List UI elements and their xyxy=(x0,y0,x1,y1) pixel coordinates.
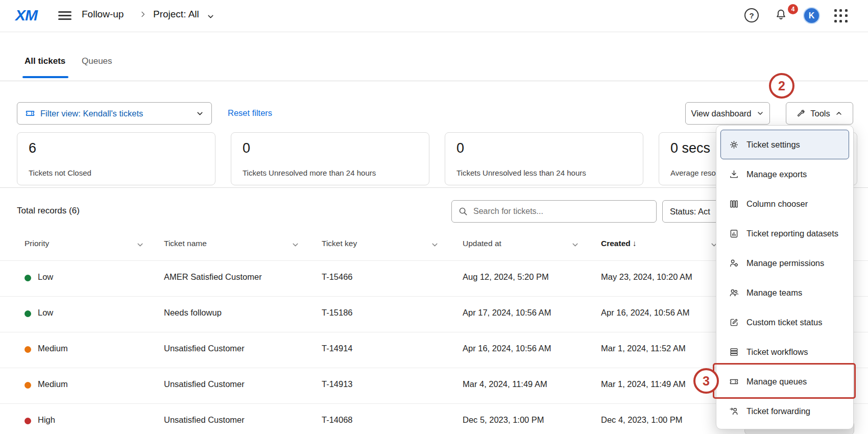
stat-value: 0 xyxy=(243,140,418,156)
chevron-up-icon xyxy=(835,109,843,117)
dataset-chart-icon xyxy=(728,228,739,239)
priority-cell: Low xyxy=(38,308,53,318)
chevron-down-icon xyxy=(196,109,204,118)
edit-icon xyxy=(728,317,739,328)
menu-item-custom-ticket-status[interactable]: Custom ticket status xyxy=(720,307,849,337)
notifications-button[interactable] xyxy=(774,8,788,21)
tools-button[interactable]: Tools xyxy=(786,102,853,125)
view-dashboard-button[interactable]: View dashboard xyxy=(685,102,770,125)
priority-dot xyxy=(25,346,31,353)
updated-at-cell: Apr 16, 2024, 10:56 AM xyxy=(463,344,551,353)
priority-dot xyxy=(25,418,31,424)
bell-icon xyxy=(774,8,788,21)
notification-count-badge: 4 xyxy=(788,4,798,14)
priority-dot xyxy=(25,310,31,317)
menu-item-label: Column chooser xyxy=(746,199,808,209)
project-filter-chevron-down-icon[interactable] xyxy=(206,12,215,21)
person-gear-icon xyxy=(728,257,739,269)
ticket-name-column-chevron-icon[interactable] xyxy=(291,240,300,249)
menu-item-ticket-forwarding[interactable]: Ticket forwarding xyxy=(720,396,849,426)
stat-value: 0 xyxy=(456,140,632,156)
chevron-down-icon xyxy=(756,109,764,117)
stat-card-unresolved-less-24h: 0 Tickets Unresolved less than 24 hours xyxy=(445,132,643,185)
reset-filters-link[interactable]: Reset filters xyxy=(228,108,272,118)
menu-item-manage-permissions[interactable]: Manage permissions xyxy=(720,248,849,278)
priority-cell: High xyxy=(38,415,55,425)
created-cell: Apr 16, 2024, 10:56 AM xyxy=(601,308,689,318)
ticket-key-cell: T-15466 xyxy=(322,272,353,282)
view-dashboard-label: View dashboard xyxy=(691,109,751,118)
menu-item-ticket-reporting-datasets[interactable]: Ticket reporting datasets xyxy=(720,219,849,248)
menu-item-manage-teams[interactable]: Manage teams xyxy=(720,278,849,307)
updated-at-cell: Mar 4, 2024, 11:49 AM xyxy=(463,379,547,389)
status-filter-label: Status: Act xyxy=(670,207,710,216)
avatar[interactable]: K xyxy=(803,7,820,24)
menu-item-label: Ticket forwarding xyxy=(746,406,810,416)
wrench-icon xyxy=(796,109,806,118)
person-arrow-icon xyxy=(728,405,739,417)
sort-descending-icon: ↓ xyxy=(633,239,637,248)
priority-column-chevron-icon[interactable] xyxy=(136,240,144,249)
breadcrumb-project-filter[interactable]: Project: All xyxy=(153,9,199,20)
ticket-key-cell: T-14068 xyxy=(322,415,353,425)
menu-item-label: Ticket settings xyxy=(746,140,800,150)
updated-at-column-chevron-icon[interactable] xyxy=(571,240,580,249)
help-icon: ? xyxy=(744,8,759,22)
created-cell: Mar 1, 2024, 11:49 AM xyxy=(601,379,686,389)
priority-cell: Medium xyxy=(38,379,68,389)
annotation-step-2: 2 xyxy=(769,73,794,99)
total-records-label: Total records (6) xyxy=(17,206,80,216)
people-icon xyxy=(728,287,739,298)
search-icon xyxy=(457,206,469,217)
menu-item-ticket-settings[interactable]: Ticket settings xyxy=(720,130,849,159)
priority-cell: Low xyxy=(38,272,53,282)
column-header-priority[interactable]: Priority xyxy=(25,239,49,248)
ticket-name-cell: AMER Satisfied Customer xyxy=(164,272,262,282)
column-header-created[interactable]: Created ↓ xyxy=(601,239,637,248)
ticket-key-cell: T-15186 xyxy=(322,308,353,318)
hamburger-menu-icon[interactable] xyxy=(58,11,71,20)
column-header-ticket-key[interactable]: Ticket key xyxy=(322,239,357,248)
tabs-divider xyxy=(0,81,868,81)
stat-label: Average reso xyxy=(670,168,716,177)
top-bar: XM Follow-up Project: All ? 4 K xyxy=(0,0,868,32)
created-cell: May 23, 2024, 10:20 AM xyxy=(601,272,692,282)
menu-item-label: Manage permissions xyxy=(746,258,824,268)
ticket-key-cell: T-14914 xyxy=(322,344,353,353)
ticket-name-cell: Unsatisfied Customer xyxy=(164,415,245,425)
menu-item-manage-exports[interactable]: Manage exports xyxy=(720,159,849,189)
filter-view-label: Filter view: Kendall's tickets xyxy=(40,109,143,118)
active-tab-underline xyxy=(22,76,68,78)
priority-dot xyxy=(25,275,31,281)
help-button[interactable]: ? xyxy=(744,8,759,22)
annotation-rect-manage-queues xyxy=(713,363,856,399)
menu-item-label: Ticket workflows xyxy=(746,347,808,357)
search-input[interactable] xyxy=(451,200,657,223)
tab-all-tickets[interactable]: All tickets xyxy=(25,56,65,66)
menu-item-label: Manage exports xyxy=(746,170,807,179)
breadcrumb-project-name[interactable]: Follow-up xyxy=(82,9,124,20)
tools-label: Tools xyxy=(810,109,830,118)
priority-cell: Medium xyxy=(38,344,68,353)
stat-value: 6 xyxy=(29,140,204,156)
ticket-search xyxy=(451,200,657,223)
filter-view-dropdown[interactable]: Filter view: Kendall's tickets xyxy=(17,102,212,125)
gear-icon xyxy=(728,139,739,150)
menu-item-column-chooser[interactable]: Column chooser xyxy=(720,189,849,219)
tab-queues[interactable]: Queues xyxy=(82,56,112,66)
updated-at-cell: Apr 17, 2024, 10:56 AM xyxy=(463,308,551,318)
menu-item-ticket-workflows[interactable]: Ticket workflows xyxy=(720,337,849,367)
ticket-key-column-chevron-icon[interactable] xyxy=(430,240,439,249)
breadcrumb-chevron-right-icon xyxy=(139,10,147,18)
column-header-updated-at[interactable]: Updated at xyxy=(463,239,501,248)
download-icon xyxy=(728,168,739,180)
ticket-name-cell: Unsatisfied Customer xyxy=(164,344,245,353)
created-cell: Dec 4, 2023, 1:00 PM xyxy=(601,415,683,425)
column-header-ticket-name[interactable]: Ticket name xyxy=(164,239,207,248)
stat-card-not-closed: 6 Tickets not Closed xyxy=(17,132,215,185)
updated-at-cell: Aug 12, 2024, 5:20 PM xyxy=(463,272,549,282)
app-grid-icon[interactable] xyxy=(834,9,848,23)
stat-card-unresolved-more-24h: 0 Tickets Unresolved more than 24 hours xyxy=(231,132,429,185)
xm-logo: XM xyxy=(15,7,37,24)
stat-label: Tickets not Closed xyxy=(29,168,91,177)
